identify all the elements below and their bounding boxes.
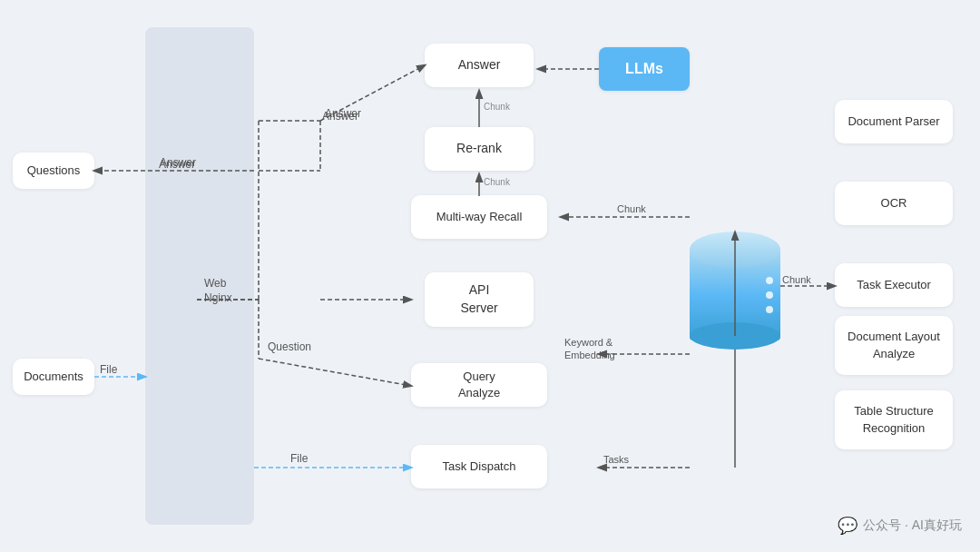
rerank-label: Re-rank (456, 140, 502, 158)
db-dot-2 (766, 291, 773, 299)
diagram-container: Questions Documents LLMs Answer Re-rank … (0, 0, 980, 552)
box-multiway: Multi-way Recall (411, 195, 547, 239)
box-ocr: OCR (835, 182, 953, 225)
questions-label: Questions (27, 163, 81, 179)
label-chunk-1: Chunk (484, 102, 510, 112)
label-chunk-4: Chunk (782, 274, 811, 285)
watermark-text: 公众号 · AI真好玩 (863, 518, 962, 534)
db-bottom-ellipse (690, 322, 780, 350)
box-doc-layout: Document LayoutAnalyze (835, 316, 953, 375)
box-documents: Documents (13, 359, 94, 395)
db-dots (766, 277, 773, 313)
label-file-2: File (290, 452, 308, 465)
db-dot-3 (766, 306, 773, 313)
label-answer-arrow: Answer (325, 107, 361, 120)
label-web-nginx: WebNginx (204, 277, 232, 305)
box-questions: Questions (13, 153, 94, 189)
gray-panel (145, 27, 254, 525)
svg-line-8 (259, 359, 411, 386)
label-question: Question (268, 340, 311, 353)
label-chunk-3: Chunk (617, 203, 646, 214)
box-llms: LLMs (599, 47, 690, 91)
box-query: QueryAnalyze (411, 363, 547, 407)
table-struct-label: Table StructureRecognition (854, 403, 933, 436)
box-table-structure: Table StructureRecognition (835, 390, 953, 449)
task-dispatch-label: Task Dispatch (443, 458, 516, 475)
label-tasks: Tasks (603, 454, 629, 465)
label-keyword-embedding: Keyword &Embedding (564, 336, 615, 362)
watermark-icon: 💬 (838, 516, 858, 536)
watermark: 💬 公众号 · AI真好玩 (838, 516, 962, 536)
box-task-executor: Task Executor (835, 263, 953, 307)
answer-label: Answer (458, 56, 501, 74)
box-task-dispatch: Task Dispatch (411, 445, 547, 488)
box-rerank: Re-rank (425, 127, 534, 171)
label-chunk-2: Chunk (484, 177, 510, 187)
query-label: QueryAnalyze (458, 369, 500, 401)
db-dot-1 (766, 277, 773, 284)
documents-label: Documents (24, 369, 83, 385)
database-cylinder (690, 232, 780, 350)
doc-parser-label: Document Parser (848, 113, 939, 130)
ocr-label: OCR (881, 195, 907, 212)
doc-layout-label: Document LayoutAnalyze (848, 329, 940, 361)
db-top (690, 232, 780, 268)
llms-label: LLMs (625, 59, 663, 79)
task-executor-label: Task Executor (857, 277, 931, 293)
box-api: APIServer (425, 272, 534, 327)
multiway-label: Multi-way Recall (436, 209, 523, 225)
label-file-1: File (100, 363, 117, 376)
label-answer-horizontal: Answer (160, 156, 196, 169)
api-label: APIServer (460, 281, 497, 317)
box-document-parser: Document Parser (835, 100, 953, 143)
box-answer: Answer (425, 44, 534, 87)
